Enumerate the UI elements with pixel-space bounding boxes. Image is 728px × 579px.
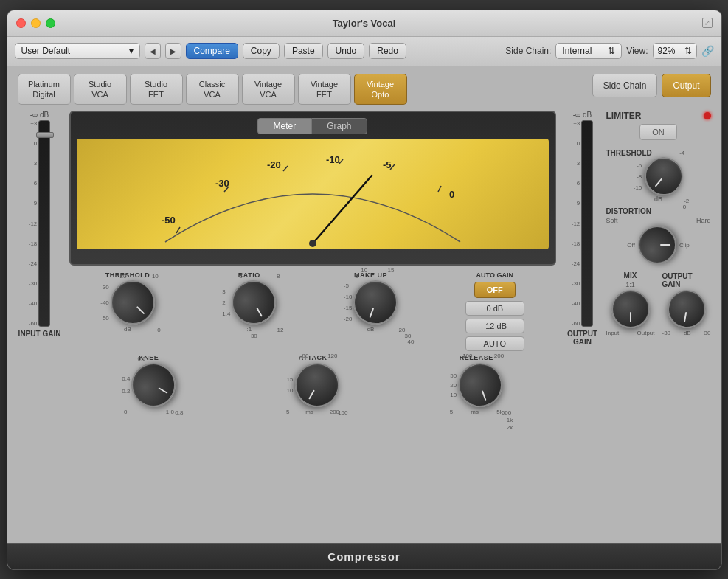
model-btn-platinum-digital[interactable]: PlatinumDigital (18, 74, 71, 105)
expand-icon[interactable]: ⤢ (702, 18, 713, 28)
paste-button[interactable]: Paste (284, 43, 323, 59)
svg-line-8 (283, 166, 288, 171)
input-gain-fader[interactable] (38, 120, 50, 327)
copy-button[interactable]: Copy (243, 43, 280, 59)
model-btn-vintage-vca[interactable]: VintageVCA (242, 74, 295, 105)
model-btn-studio-vca[interactable]: StudioVCA (74, 74, 127, 105)
nav-forward-button[interactable]: ▶ (165, 43, 181, 59)
maximize-button[interactable] (46, 18, 55, 28)
attack-knob[interactable] (287, 355, 347, 415)
vu-meter-container: Meter Graph -50 -30 -20 -10 (69, 111, 556, 266)
limiter-area: LIMITER ON (606, 111, 711, 140)
auto-btn[interactable]: AUTO (465, 336, 524, 351)
limiter-threshold-indicator (655, 178, 663, 187)
zero-db-btn[interactable]: 0 dB (465, 301, 524, 316)
side-chain-btn[interactable]: Side Chain (592, 74, 658, 97)
right-db-label: -∞ dB (573, 111, 592, 119)
release-knob-group: RELEASE 50 20 10 100 200 (450, 354, 503, 415)
toolbar: User Default ▾ ◀ ▶ Compare Copy Paste Un… (7, 37, 721, 66)
side-chain-buttons: Side Chain Output (592, 74, 711, 97)
attack-indicator (308, 390, 315, 400)
right-meter-col: -∞ dB +3 0 -3 -6 -9 -12 -18 -24 (564, 111, 602, 346)
top-row: PlatinumDigital StudioVCA StudioFET Clas… (18, 74, 711, 105)
svg-line-11 (438, 186, 441, 192)
title-bar: Taylor's Vocal ⤢ (7, 10, 721, 37)
distortion-section: DISTORTION Soft Hard Off (606, 207, 711, 264)
model-btn-studio-fet[interactable]: StudioFET (130, 74, 183, 105)
meter-tab[interactable]: Meter (257, 118, 311, 134)
close-button[interactable] (16, 18, 26, 28)
off-label: Off (627, 242, 635, 249)
release-knob[interactable] (452, 357, 509, 414)
ratio-knob[interactable] (223, 272, 284, 333)
mix-indicator (630, 312, 631, 322)
threshold-knob[interactable] (101, 271, 164, 334)
side-chain-dropdown[interactable]: Internal ⇅ (555, 43, 622, 59)
hard-label: Hard (696, 217, 711, 224)
ratio-indicator (256, 308, 263, 317)
threshold-knob-group: THRESHOLD -30 -40 -50 -20 -10 (100, 271, 155, 333)
mix-output-row: MIX 1:1 Input Output (606, 271, 711, 336)
preset-dropdown[interactable]: User Default ▾ (15, 43, 140, 59)
input-gain-scale: +3 0 -3 -6 -9 -12 -18 -24 -30 -40 -60 (29, 120, 38, 327)
center-section: Meter Graph -50 -30 -20 -10 (69, 111, 556, 415)
compare-button[interactable]: Compare (186, 43, 238, 59)
redo-button[interactable]: Redo (369, 43, 406, 59)
output-gain-unit: dB (684, 330, 691, 336)
svg-text:-30: -30 (215, 178, 229, 189)
model-btn-classic-vca[interactable]: ClassicVCA (186, 74, 239, 105)
makeup-knob[interactable] (347, 274, 404, 331)
svg-point-13 (309, 240, 316, 247)
main-content: PlatinumDigital StudioVCA StudioFET Clas… (7, 66, 721, 543)
plugin-name: Compressor (327, 550, 400, 563)
output-btn[interactable]: Output (662, 74, 710, 97)
right-gain-scale: +3 0 -3 -6 -9 -12 -18 -24 -30 -40 -60 (572, 120, 580, 327)
makeup-indicator (370, 308, 375, 318)
vu-display: -50 -30 -20 -10 -5 0 (77, 139, 549, 249)
soft-label: Soft (606, 217, 618, 224)
model-btn-vintage-fet[interactable]: VintageFET (298, 74, 351, 105)
threshold-indicator (136, 306, 145, 314)
model-btn-vintage-opto[interactable]: VintageOpto (354, 74, 407, 105)
distortion-label: DISTORTION (606, 207, 651, 215)
minus-12-btn[interactable]: -12 dB (465, 319, 524, 333)
svg-line-6 (176, 227, 180, 233)
limiter-on-btn[interactable]: ON (639, 124, 677, 140)
meter-tab-bar: Meter Graph (77, 118, 549, 134)
knee-knob-group: KNEE 0.4 0.2 0.6 0.8 (122, 354, 176, 415)
view-dropdown[interactable]: 92% ⇅ (653, 43, 697, 59)
mix-input-label: Input (606, 330, 620, 336)
makeup-label: MAKE UP (354, 271, 387, 279)
right-section: -∞ dB +3 0 -3 -6 -9 -12 -18 -24 (564, 111, 711, 415)
input-db-label: -∞ dB (30, 111, 49, 119)
minimize-button[interactable] (31, 18, 41, 28)
output-gain-knob[interactable] (664, 286, 708, 330)
vu-arc-svg: -50 -30 -20 -10 -5 0 (77, 139, 549, 249)
side-chain-label: Side Chain: (505, 46, 551, 56)
knee-knob[interactable] (123, 355, 184, 415)
title-bar-right: ⤢ (702, 18, 713, 28)
mix-output-label: Output (637, 330, 654, 336)
middle-row: -∞ dB +3 0 -3 -6 -9 -12 -18 -24 -30 -40 … (18, 111, 711, 415)
svg-text:-10: -10 (326, 154, 340, 165)
graph-tab[interactable]: Graph (311, 118, 367, 134)
auto-gain-label: AUTO GAIN (476, 271, 513, 279)
attack-knob-group: ATTACK 15 10 80 120 (286, 354, 339, 415)
ratio-knob-group: RATIO 3 2 1.4 5 8 (222, 271, 276, 333)
link-icon[interactable]: 🔗 (701, 45, 714, 57)
nav-back-button[interactable]: ◀ (145, 43, 161, 59)
limiter-led (704, 112, 711, 119)
output-gain-knob-label: OUTPUT GAIN (662, 272, 711, 288)
limiter-label: LIMITER (606, 111, 642, 121)
mix-knob[interactable] (611, 290, 650, 328)
distortion-indicator (660, 244, 670, 246)
undo-button[interactable]: Undo (327, 43, 365, 59)
clip-label: Clip (679, 242, 690, 249)
auto-gain-off-btn[interactable]: OFF (474, 282, 516, 298)
threshold-section: THRESHOLD -6 -8 -10 -4 (606, 149, 711, 203)
fader-handle[interactable] (36, 132, 54, 138)
model-buttons: PlatinumDigital StudioVCA StudioFET Clas… (18, 74, 585, 105)
input-gain-label: INPUT GAIN (18, 330, 61, 338)
distortion-knob[interactable] (638, 226, 676, 264)
limiter-threshold-knob[interactable] (637, 149, 691, 203)
